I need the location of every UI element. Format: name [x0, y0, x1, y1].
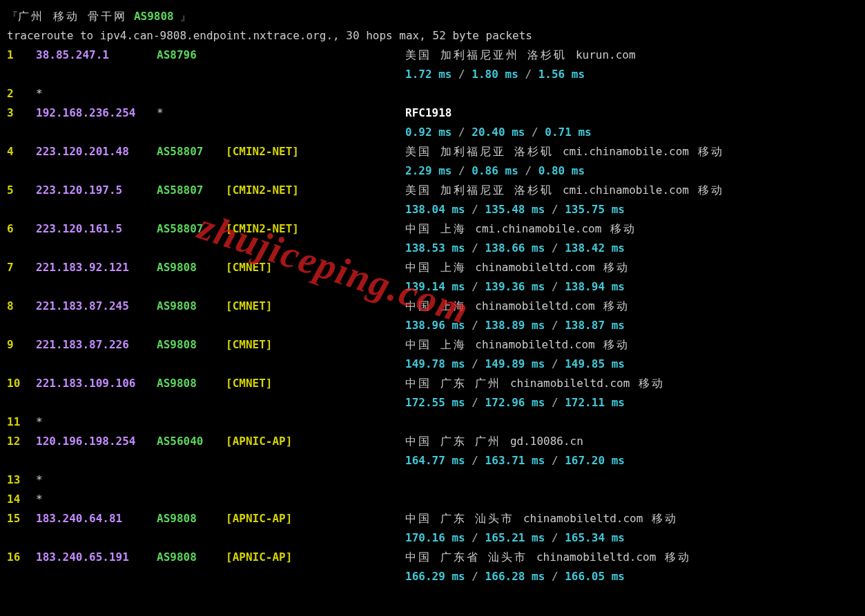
hop-timing: 165.34 ms — [565, 531, 625, 544]
hop-timing: 164.77 ms — [405, 454, 465, 467]
hop-network: [CMIN2-NET] — [226, 219, 405, 239]
hop-geo: 中国 上海 — [405, 338, 475, 351]
title-bracket-close: 』 — [180, 10, 191, 23]
hop-timing: 20.40 ms — [472, 126, 525, 139]
hop-ip: 183.240.65.191 — [36, 548, 157, 567]
hop-domain: chinamobileltd.com — [510, 377, 630, 390]
hop-asn: AS58807 — [157, 181, 226, 200]
hop-row: 12120.196.198.254AS56040[APNIC-AP]中国 广东 … — [7, 432, 858, 451]
hop-row: 8221.183.87.245AS9808[CMNET]中国 上海 chinam… — [7, 297, 858, 316]
hop-isp: 移动 — [595, 338, 630, 351]
hop-asn — [157, 470, 226, 490]
title-line: 『广州 移动 骨干网 AS9808 』 — [7, 7, 858, 26]
hop-network — [226, 46, 405, 65]
hop-number: 9 — [7, 335, 36, 355]
timing-separator: / — [465, 396, 485, 409]
hop-timing: 138.04 ms — [405, 203, 465, 216]
hop-timing: 138.94 ms — [565, 280, 625, 293]
hop-network: [APNIC-AP] — [226, 548, 405, 567]
hop-geo: 中国 广东 汕头市 — [405, 512, 523, 525]
hop-number: 14 — [7, 490, 36, 509]
hop-network: [CMNET] — [226, 374, 405, 393]
hop-domain: gd.10086.cn — [510, 435, 583, 448]
hop-geo: 中国 上海 — [405, 299, 475, 312]
hop-location: 中国 上海 chinamobileltd.com 移动 — [405, 258, 630, 277]
hop-timing: 138.89 ms — [485, 319, 545, 332]
hop-asn: AS58807 — [157, 142, 226, 161]
hop-timings: 2.29 ms / 0.86 ms / 0.80 ms — [405, 161, 858, 181]
hop-location: 中国 广东 汕头市 chinamobileltd.com 移动 — [405, 509, 678, 528]
hop-domain: chinamobileltd.com — [475, 338, 594, 351]
hop-timing: 167.20 ms — [565, 454, 625, 467]
timing-separator: / — [465, 454, 485, 467]
hop-asn: AS56040 — [157, 432, 226, 451]
title-asn: AS9808 — [134, 10, 174, 23]
hop-domain: chinamobileltd.com — [523, 512, 643, 525]
hop-number: 8 — [7, 297, 36, 316]
hop-network — [226, 490, 405, 509]
hop-geo: 美国 加利福尼亚 洛杉矶 — [405, 183, 563, 197]
hop-row: 5223.120.197.5AS58807[CMIN2-NET]美国 加利福尼亚… — [7, 181, 858, 200]
hop-row: 10221.183.109.106AS9808[CMNET]中国 广东 广州 c… — [7, 374, 858, 393]
hop-network: [CMIN2-NET] — [226, 142, 405, 161]
hop-number: 7 — [7, 258, 36, 277]
timing-separator: / — [465, 241, 485, 255]
hop-asn: AS9808 — [157, 548, 226, 567]
hop-location: 中国 广东省 汕头市 chinamobileltd.com 移动 — [405, 548, 691, 567]
timing-separator: / — [518, 68, 538, 81]
timing-separator: / — [465, 280, 485, 293]
title-label: 广州 移动 骨干网 — [18, 10, 127, 23]
hop-location: 美国 加利福尼亚 洛杉矶 cmi.chinamobile.com 移动 — [405, 181, 724, 200]
hop-timing: 172.55 ms — [405, 396, 465, 409]
hop-timing: 149.78 ms — [405, 357, 465, 370]
hop-location: 中国 广东 广州 chinamobileltd.com 移动 — [405, 374, 665, 393]
hop-timing: 166.29 ms — [405, 570, 465, 583]
hop-timing: 165.21 ms — [485, 531, 545, 544]
hop-isp: 移动 — [689, 145, 724, 158]
hop-timings: 166.29 ms / 166.28 ms / 166.05 ms — [405, 567, 858, 586]
hop-timing: 172.11 ms — [565, 396, 625, 409]
hop-row: 2* — [7, 84, 858, 103]
hop-ip: * — [36, 490, 157, 509]
hop-location: 美国 加利福尼亚 洛杉矶 cmi.chinamobile.com 移动 — [405, 142, 724, 161]
hop-ip: 223.120.201.48 — [36, 142, 157, 161]
hop-list: 138.85.247.1AS8796美国 加利福尼亚州 洛杉矶 kurun.co… — [7, 46, 858, 586]
timing-separator: / — [545, 319, 565, 332]
hop-row: 13* — [7, 470, 858, 490]
hop-timing: 138.42 ms — [565, 241, 625, 255]
timing-separator: / — [545, 531, 565, 544]
timing-separator: / — [465, 570, 485, 583]
hop-number: 16 — [7, 548, 36, 567]
hop-asn — [157, 490, 226, 509]
hop-domain: chinamobileltd.com — [475, 261, 594, 274]
hop-network — [226, 103, 405, 123]
hop-number: 11 — [7, 413, 36, 432]
hop-timing: 2.29 ms — [405, 164, 451, 177]
timing-separator: / — [518, 164, 538, 177]
hop-location: 中国 上海 chinamobileltd.com 移动 — [405, 297, 630, 316]
hop-timing: 149.85 ms — [565, 357, 625, 370]
hop-network: [CMNET] — [226, 258, 405, 277]
timing-separator: / — [545, 241, 565, 255]
hop-geo: 中国 上海 — [405, 261, 475, 274]
hop-number: 15 — [7, 509, 36, 528]
title-bracket-open: 『 — [7, 10, 18, 23]
hop-row: 3192.168.236.254*RFC1918 — [7, 103, 858, 123]
hop-timings: 170.16 ms / 165.21 ms / 165.34 ms — [405, 528, 858, 548]
hop-asn: AS8796 — [157, 46, 226, 65]
hop-number: 4 — [7, 142, 36, 161]
hop-row: 14* — [7, 490, 858, 509]
hop-ip: 221.183.87.226 — [36, 335, 157, 355]
hop-network — [226, 413, 405, 432]
hop-asn: * — [157, 103, 226, 123]
hop-timings: 139.14 ms / 139.36 ms / 138.94 ms — [405, 277, 858, 297]
hop-number: 12 — [7, 432, 36, 451]
timing-separator: / — [545, 454, 565, 467]
hop-asn: AS9808 — [157, 509, 226, 528]
timing-separator: / — [545, 396, 565, 409]
hop-timings: 0.92 ms / 20.40 ms / 0.71 ms — [405, 123, 858, 142]
hop-ip: * — [36, 84, 157, 103]
timing-separator: / — [451, 68, 472, 81]
hop-timing: 0.80 ms — [538, 164, 585, 177]
hop-isp: 移动 — [689, 183, 724, 197]
